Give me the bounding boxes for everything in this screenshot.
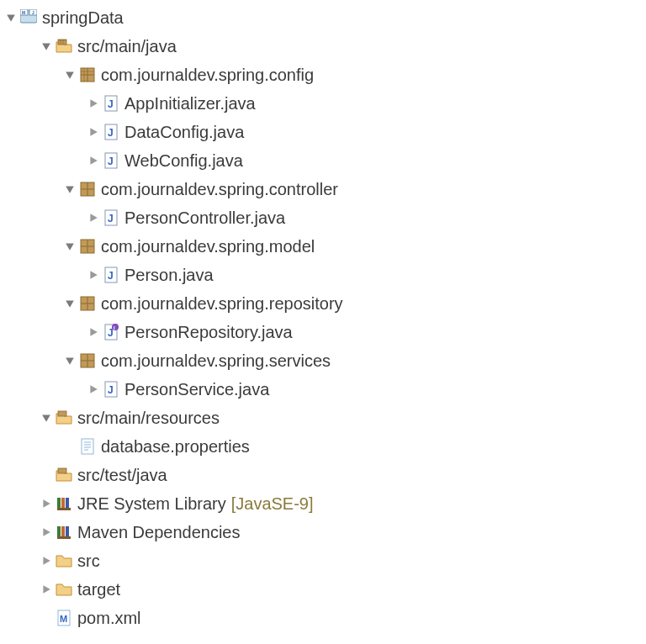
tree-row-package-config[interactable]: com.journaldev.spring.config: [0, 61, 646, 89]
disclosure-down-icon[interactable]: [64, 240, 76, 252]
java-file-icon: J: [103, 124, 119, 140]
tree-row-src-test-java[interactable]: src/test/java: [0, 461, 646, 489]
java-file-icon: J: [103, 381, 119, 398]
svg-marker-64: [43, 499, 50, 508]
svg-marker-26: [66, 186, 74, 193]
package-label: com.journaldev.spring.model: [101, 238, 315, 255]
folder-icon: [56, 552, 72, 569]
file-label: PersonService.java: [124, 381, 269, 398]
disclosure-down-icon[interactable]: [40, 40, 52, 52]
library-icon: [56, 495, 72, 512]
file-label: Person.java: [124, 267, 214, 283]
tree-row-jre-library[interactable]: JRE System Library [JavaSE-9]: [0, 489, 646, 518]
svg-rect-73: [57, 536, 71, 539]
disclosure-down-icon[interactable]: [5, 12, 17, 24]
disclosure-down-icon[interactable]: [64, 355, 76, 367]
tree-row-java-file[interactable]: J AppInitializer.java: [0, 89, 646, 118]
java-file-icon: J: [103, 209, 119, 226]
svg-marker-40: [66, 300, 74, 307]
tree-row-package-repository[interactable]: com.journaldev.spring.repository: [0, 289, 646, 318]
library-label: Maven Dependencies: [77, 524, 240, 541]
tree-row-src-main-java[interactable]: src/main/java: [0, 32, 646, 61]
svg-text:J: J: [108, 127, 114, 139]
tree-row-package-services[interactable]: com.journaldev.spring.services: [0, 346, 646, 375]
svg-marker-30: [90, 214, 97, 222]
disclosure-right-icon[interactable]: [40, 555, 52, 567]
svg-marker-33: [66, 243, 74, 250]
package-icon: [79, 352, 96, 369]
file-label: PersonController.java: [124, 209, 285, 226]
folder-label: src/main/java: [77, 38, 177, 55]
tree-row-java-file[interactable]: J PersonController.java: [0, 203, 646, 232]
tree-row-maven-dependencies[interactable]: Maven Dependencies: [0, 518, 646, 546]
svg-marker-44: [90, 328, 97, 336]
disclosure-right-icon[interactable]: [87, 269, 99, 281]
svg-marker-23: [90, 156, 97, 165]
disclosure-down-icon[interactable]: [64, 183, 76, 195]
library-decor: [JavaSE-9]: [231, 495, 314, 512]
file-label: PersonRepository.java: [124, 324, 293, 340]
library-icon: [56, 524, 72, 541]
tree-row-java-file[interactable]: J DataConfig.java: [0, 118, 646, 146]
source-folder-icon: [56, 467, 72, 483]
disclosure-down-icon[interactable]: [40, 412, 52, 424]
disclosure-right-icon[interactable]: [87, 212, 99, 224]
svg-rect-66: [61, 498, 65, 509]
package-icon: [79, 295, 96, 312]
package-label: com.journaldev.spring.controller: [101, 181, 338, 198]
maven-project-icon: M J: [20, 9, 37, 26]
svg-marker-11: [66, 71, 74, 78]
tree-row-package-model[interactable]: com.journaldev.spring.model: [0, 232, 646, 261]
file-label: pom.xml: [77, 610, 141, 626]
disclosure-right-icon[interactable]: [87, 155, 99, 166]
tree-row-java-interface-file[interactable]: J I PersonRepository.java: [0, 318, 646, 346]
svg-marker-37: [90, 271, 97, 279]
disclosure-down-icon[interactable]: [64, 69, 76, 81]
library-label: JRE System Library: [77, 495, 226, 512]
svg-rect-72: [66, 526, 69, 538]
tree-row-project[interactable]: M J springData: [0, 3, 646, 32]
disclosure-right-icon[interactable]: [40, 498, 52, 509]
svg-rect-65: [57, 498, 61, 509]
tree-row-java-file[interactable]: J Person.java: [0, 261, 646, 289]
tree-row-properties-file[interactable]: database.properties: [0, 432, 646, 461]
svg-marker-56: [42, 414, 50, 421]
svg-rect-71: [61, 526, 65, 538]
svg-marker-17: [90, 99, 97, 108]
folder-label: src/main/resources: [77, 409, 220, 426]
java-file-icon: J: [103, 267, 119, 283]
folder-label: target: [77, 581, 120, 598]
tree-row-java-file[interactable]: J PersonService.java: [0, 375, 646, 404]
disclosure-right-icon[interactable]: [87, 326, 99, 338]
disclosure-right-icon[interactable]: [87, 126, 99, 138]
file-label: WebConfig.java: [124, 152, 243, 169]
svg-rect-63: [58, 468, 66, 473]
tree-row-folder-target[interactable]: target: [0, 575, 646, 604]
svg-marker-20: [90, 128, 97, 136]
tree-row-package-controller[interactable]: com.journaldev.spring.controller: [0, 175, 646, 203]
disclosure-right-icon[interactable]: [87, 98, 99, 109]
svg-marker-69: [43, 528, 50, 536]
svg-marker-6: [42, 43, 50, 50]
tree-row-java-file[interactable]: J WebConfig.java: [0, 146, 646, 175]
svg-text:J: J: [32, 10, 34, 15]
disclosure-down-icon[interactable]: [64, 298, 76, 309]
package-icon: [79, 181, 96, 198]
tree-row-pom-xml[interactable]: M pom.xml: [0, 604, 646, 632]
java-file-icon: J: [103, 95, 119, 112]
svg-marker-74: [43, 557, 50, 565]
svg-marker-53: [90, 385, 97, 393]
svg-text:M: M: [22, 10, 25, 15]
tree-row-folder-src[interactable]: src: [0, 546, 646, 575]
source-folder-icon: [56, 38, 72, 55]
file-label: AppInitializer.java: [124, 95, 256, 112]
svg-text:J: J: [108, 98, 114, 110]
svg-marker-49: [66, 357, 74, 364]
disclosure-right-icon[interactable]: [87, 383, 99, 395]
disclosure-right-icon[interactable]: [40, 526, 52, 538]
tree-row-src-main-resources[interactable]: src/main/resources: [0, 404, 646, 432]
disclosure-right-icon[interactable]: [40, 583, 52, 595]
folder-icon: [56, 581, 72, 598]
package-label: com.journaldev.spring.services: [101, 352, 331, 369]
svg-marker-75: [43, 585, 50, 594]
